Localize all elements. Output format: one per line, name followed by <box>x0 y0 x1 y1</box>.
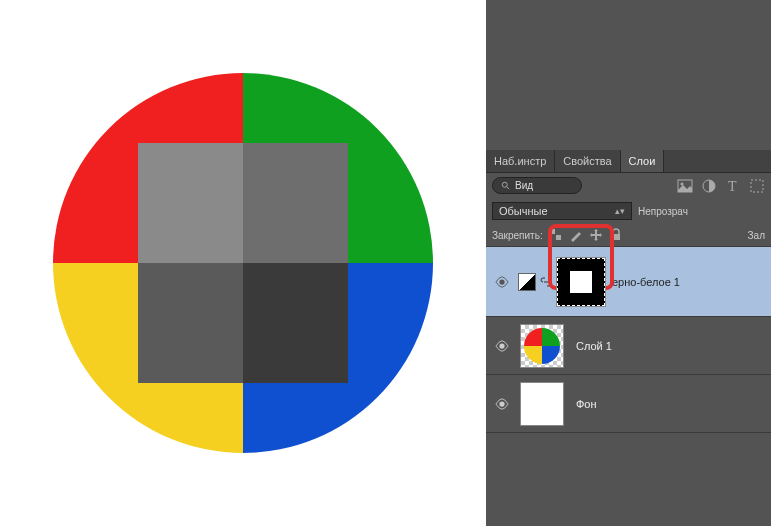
canvas-artwork <box>53 73 433 453</box>
mask-inner <box>570 271 592 293</box>
layer-mask-thumb[interactable] <box>556 257 606 307</box>
panels-sidebar: Наб.инстр Свойства Слои Вид T Обычные ▴▾… <box>486 0 771 526</box>
svg-rect-22 <box>522 326 542 346</box>
lock-all-icon[interactable] <box>609 228 623 242</box>
svg-rect-8 <box>243 263 348 383</box>
lock-transparency-icon[interactable] <box>549 228 563 242</box>
visibility-toggle[interactable] <box>490 397 514 411</box>
layers-filter-row: Вид T <box>486 173 771 198</box>
svg-rect-15 <box>751 180 763 192</box>
svg-rect-17 <box>556 235 561 240</box>
svg-point-19 <box>499 279 504 284</box>
canvas-area[interactable] <box>0 0 486 526</box>
layer-filter-select[interactable]: Вид <box>492 177 582 194</box>
layer-row-adjustment[interactable]: ерно-белое 1 <box>486 247 771 317</box>
svg-point-20 <box>499 343 504 348</box>
svg-point-9 <box>502 182 507 187</box>
blend-mode-select[interactable]: Обычные ▴▾ <box>492 202 632 220</box>
blend-mode-value: Обычные <box>499 205 548 217</box>
blend-row: Обычные ▴▾ Непрозрач <box>486 198 771 224</box>
filter-image-icon[interactable] <box>677 178 693 194</box>
lock-move-icon[interactable] <box>589 228 603 242</box>
filter-shape-icon[interactable] <box>749 178 765 194</box>
visibility-toggle[interactable] <box>490 339 514 353</box>
layer-row-image[interactable]: Слой 1 <box>486 317 771 375</box>
layer-name[interactable]: Фон <box>576 398 597 410</box>
lock-label: Закрепить: <box>492 230 543 241</box>
visibility-toggle[interactable] <box>490 275 514 289</box>
layer-thumb[interactable] <box>520 382 564 426</box>
svg-rect-6 <box>243 143 348 263</box>
layer-name[interactable]: ерно-белое 1 <box>612 276 680 288</box>
eye-icon <box>495 397 509 411</box>
svg-rect-18 <box>612 234 620 240</box>
chevron-updown-icon: ▴▾ <box>615 206 625 216</box>
svg-rect-7 <box>138 263 243 383</box>
svg-rect-25 <box>542 346 562 366</box>
layer-thumb[interactable] <box>520 324 564 368</box>
link-icon[interactable] <box>540 276 552 288</box>
panel-tabs: Наб.инстр Свойства Слои <box>486 150 771 173</box>
tab-properties[interactable]: Свойства <box>555 150 620 172</box>
svg-rect-16 <box>550 229 555 234</box>
svg-point-26 <box>499 401 504 406</box>
layer-name[interactable]: Слой 1 <box>576 340 612 352</box>
filter-label: Вид <box>515 180 533 191</box>
svg-rect-5 <box>138 143 243 263</box>
fill-label: Зал <box>748 230 765 241</box>
svg-rect-24 <box>522 346 542 366</box>
eye-icon <box>495 339 509 353</box>
search-icon <box>501 181 511 191</box>
filter-text-icon[interactable]: T <box>725 178 741 194</box>
layers-list: ерно-белое 1 Слой 1 <box>486 247 771 433</box>
adjustment-thumb[interactable] <box>518 273 536 291</box>
lock-brush-icon[interactable] <box>569 228 583 242</box>
svg-rect-23 <box>542 326 562 346</box>
opacity-label: Непрозрач <box>638 206 688 217</box>
eye-icon <box>495 275 509 289</box>
svg-text:T: T <box>728 179 737 194</box>
layer-row-background[interactable]: Фон <box>486 375 771 433</box>
svg-line-10 <box>507 186 510 189</box>
filter-adjust-icon[interactable] <box>701 178 717 194</box>
lock-row: Закрепить: Зал <box>486 224 771 247</box>
tab-tools[interactable]: Наб.инстр <box>486 150 555 172</box>
tab-layers[interactable]: Слои <box>621 150 665 172</box>
